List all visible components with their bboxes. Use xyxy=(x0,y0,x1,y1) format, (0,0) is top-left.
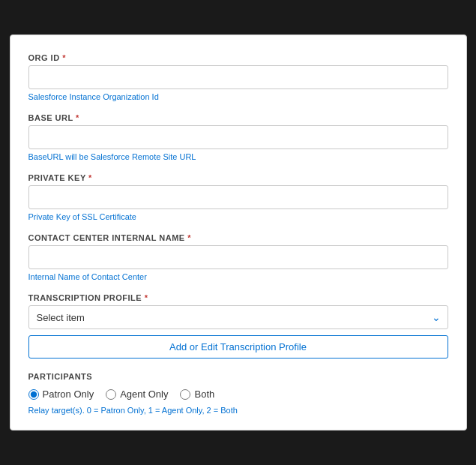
both-radio-item[interactable]: Both xyxy=(180,388,214,400)
base-url-input[interactable] xyxy=(28,125,448,149)
private-key-label: PRIVATE KEY * xyxy=(28,173,448,182)
contact-center-hint: Internal Name of Contact Center xyxy=(28,272,448,281)
org-id-label: ORG ID * xyxy=(28,53,448,62)
participants-label: PARTICIPANTS xyxy=(28,372,448,381)
agent-only-label: Agent Only xyxy=(120,388,168,400)
transcription-profile-select-wrapper: Select item ⌄ xyxy=(28,305,448,329)
agent-only-radio-item[interactable]: Agent Only xyxy=(106,388,168,400)
agent-only-radio[interactable] xyxy=(106,389,116,400)
org-id-hint: Salesforce Instance Organization Id xyxy=(28,92,448,101)
participants-radio-group: Patron Only Agent Only Both xyxy=(28,388,448,400)
contact-center-group: CONTACT CENTER INTERNAL NAME * Internal … xyxy=(28,233,448,281)
patron-only-radio-item[interactable]: Patron Only xyxy=(28,388,94,400)
relay-hint: Relay target(s). 0 = Patron Only, 1 = Ag… xyxy=(28,406,448,415)
required-star: * xyxy=(76,113,79,122)
private-key-group: PRIVATE KEY * Private Key of SSL Certifi… xyxy=(28,173,448,221)
both-radio[interactable] xyxy=(180,389,190,400)
patron-only-radio[interactable] xyxy=(28,389,39,400)
private-key-input[interactable] xyxy=(28,185,448,209)
settings-card: ORG ID * Salesforce Instance Organizatio… xyxy=(10,34,467,430)
private-key-hint: Private Key of SSL Certificate xyxy=(28,212,448,221)
both-label: Both xyxy=(194,388,214,400)
transcription-profile-label: TRANSCRIPTION PROFILE * xyxy=(28,293,448,302)
base-url-group: BASE URL * BaseURL will be Salesforce Re… xyxy=(28,113,448,161)
base-url-label: BASE URL * xyxy=(28,113,448,122)
required-star: * xyxy=(187,233,191,242)
transcription-profile-select[interactable]: Select item xyxy=(28,305,448,329)
add-edit-transcription-button[interactable]: Add or Edit Transcription Profile xyxy=(28,335,448,358)
participants-section: PARTICIPANTS Patron Only Agent Only Both… xyxy=(28,372,448,415)
contact-center-input[interactable] xyxy=(28,245,448,269)
required-star: * xyxy=(62,53,66,62)
transcription-profile-group: TRANSCRIPTION PROFILE * Select item ⌄ Ad… xyxy=(28,293,448,358)
org-id-group: ORG ID * Salesforce Instance Organizatio… xyxy=(28,53,448,101)
org-id-input[interactable] xyxy=(28,65,448,89)
required-star: * xyxy=(88,173,92,182)
patron-only-label: Patron Only xyxy=(43,388,94,400)
contact-center-label: CONTACT CENTER INTERNAL NAME * xyxy=(28,233,448,242)
required-star: * xyxy=(145,293,148,302)
base-url-hint: BaseURL will be Salesforce Remote Site U… xyxy=(28,152,448,161)
